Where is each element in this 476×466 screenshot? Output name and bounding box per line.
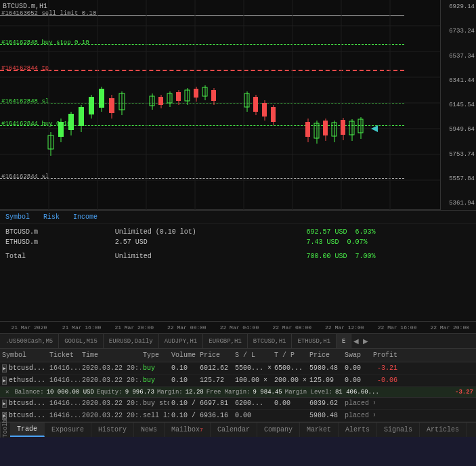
panel-total-income: 700.00 USD 7.00% [307,253,471,260]
pending1-icon: ▶ [2,400,7,408]
pending1-status: placed × [343,400,375,407]
panel-total-row: Total Unlimited 700.00 USD 7.00% [5,251,471,261]
svg-rect-38 [176,92,181,101]
row1-price: 6012.62 [198,364,233,372]
time-8: 22 Mar 20:00 [423,324,476,331]
row1-icon: ▶ [2,364,7,373]
pending1-volume: 0.10 / 0... [169,400,198,407]
row2-sl: 100.00 × [233,377,272,384]
bottom-tab-market[interactable]: Market [300,423,339,437]
row1-type: buy [141,364,169,372]
chart-svg [0,0,440,210]
panel-body: BTCUSD.m Unlimited (0.10 lot) 692.57 USD… [0,224,476,264]
row1-swap: 0.00 [343,364,367,372]
chart-tab-bar: .US500Cash,M5 GOOGL,M15 EURUSD,Daily AUD… [0,334,476,349]
col-tp: T / P [272,352,307,359]
row2-price2: 125.09 [307,377,343,384]
chart-tab-eurgbp[interactable]: EURGBP,H1 [203,334,248,348]
price-6145: 6145.54 [442,102,475,108]
bottom-tab-articles[interactable]: Articles [420,423,467,437]
panel-btc-risk: Unlimited (0.10 lot) [115,228,307,236]
bottom-tab-mailbox[interactable]: Mailbox7 [165,423,211,437]
panel-btc-symbol: BTCUSD.m [5,228,115,236]
table-row[interactable]: ▶ ethusd... 16416... 2020.03.22 20:... b… [0,375,476,387]
col-profit: Profit [367,352,399,359]
panel-row-btc: BTCUSD.m Unlimited (0.10 lot) 692.57 USD… [5,227,471,237]
chart-tab-us500[interactable]: .US500Cash,M5 [0,334,59,348]
bottom-tab-trade[interactable]: Trade [10,423,45,437]
panel-area: Symbol Risk Income BTCUSD.m Unlimited (0… [0,210,476,322]
col-swap: Swap [343,352,367,359]
pending-row[interactable]: ▶ btcusd... 16416... 2020.03.22 20:... b… [0,398,476,410]
pending1-tp: 0.00 [272,400,307,407]
chart-tab-eurusd[interactable]: EURUSD,Daily [104,334,159,348]
time-2: 21 Mar 20:00 [108,324,160,331]
pending2-ticket: 16416... [47,412,80,419]
col-symbol: Symbol [0,352,47,359]
pending2-volume: 0.10 / 0... [169,412,198,419]
col-price2: Price [307,352,343,359]
svg-marker-69 [371,125,378,132]
row2-icon: ▶ [2,377,7,385]
price-6537: 6537.34 [442,53,475,60]
row1-price2: 5980.48 [307,364,343,372]
tab-prev-btn[interactable]: ◀ [351,334,361,349]
balance-row: ✕ Balance: 10 000.00 USD Equity: 9 996.7… [0,387,476,398]
row2-symbol: ▶ ethusd... [0,377,47,385]
symbol-header: Symbol [5,213,30,221]
balance-profit: -3.27 [455,389,473,396]
chart-tab-btcusd[interactable]: BTCUSD,H1 [248,334,293,348]
pending-row[interactable]: ▶ btcusd... 16416... 2020.03.22 20:... s… [0,410,476,422]
panel-row-eth: ETHUSD.m 2.57 USD 7.43 USD 0.07% [5,237,471,247]
chart-tab-ethusd[interactable]: ETHUSD,H1 [292,334,337,348]
pending2-price: 6936.16 [198,412,233,419]
pending2-status: placed × [343,412,375,419]
col-time: Time [80,352,141,359]
margin-key: Margin: [157,389,183,396]
price-6929: 6929.14 [442,3,475,10]
pending1-price2: 6039.62 [307,400,343,407]
margin-level-val: 81 406.60... [335,389,379,396]
chart-tab-googl[interactable]: GOOGL,M15 [59,334,104,348]
price-5557: 5557.84 [442,175,475,182]
free-margin-key: Free Margin: [207,389,251,396]
bottom-tab-bar: Toolbox Trade Exposure History News Mail… [0,422,476,437]
svg-rect-24 [89,97,94,114]
time-0: 21 Mar 2020 [3,324,56,331]
table-row[interactable]: ▶ btcusd... 16416... 2020.03.22 20:... b… [0,362,476,375]
row1-ticket: 16416... [47,364,80,372]
svg-rect-46 [211,90,216,101]
bottom-tab-exposure[interactable]: Exposure [45,423,91,437]
col-price: Price [198,352,233,359]
panel-btc-income-usd: 692.57 USD 6.93% [307,228,471,236]
pending1-sl: 6200... [233,400,272,407]
price-5753: 5753.74 [442,151,475,158]
bottom-tab-signals[interactable]: Signals [377,423,420,437]
svg-rect-54 [271,107,276,122]
chart-tab-e[interactable]: E [337,334,351,348]
svg-rect-18 [58,122,64,137]
panel-eth-risk: 2.57 USD [115,238,307,246]
bottom-tab-company[interactable]: Company [257,423,300,437]
row1-symbol: ▶ btcusd... [0,364,47,373]
tab-next-btn[interactable]: ▶ [361,334,370,349]
bottom-tab-calendar[interactable]: Calendar [211,423,257,437]
pending2-type: sell limit [141,412,169,419]
pending1-ticket: 16416... [47,400,80,407]
bottom-tab-alerts[interactable]: Alerts [339,423,377,437]
pending1-price: 6697.81 [198,400,233,407]
panel-total-risk: Unlimited [115,253,307,260]
bottom-tab-history[interactable]: History [91,423,134,437]
chart-tab-audjpy[interactable]: AUDJPY,H1 [159,334,204,348]
equity-val: 9 996.73 [125,389,154,396]
income-header: Income [73,213,98,221]
row2-volume: 0.10 [169,377,198,384]
balance-close-icon[interactable]: ✕ [3,388,12,396]
chart-canvas: BTCUSD.m,H1 #164163052 sell limit 0.10 #… [0,0,440,210]
svg-rect-50 [253,97,258,112]
time-3: 22 Mar 00:00 [160,324,213,331]
equity-key: Equity: [97,389,123,396]
bottom-tab-news[interactable]: News [134,423,165,437]
panel-header: Symbol Risk Income [0,211,476,224]
time-7: 22 Mar 16:00 [371,324,424,331]
